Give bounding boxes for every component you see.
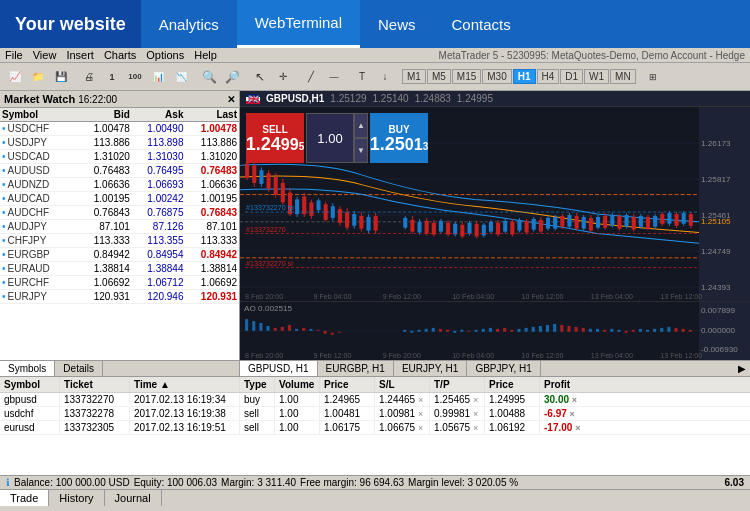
buy-button[interactable]: BUY 1.25 01 3 <box>370 113 428 163</box>
svg-text:13 Feb 12:00: 13 Feb 12:00 <box>660 352 702 359</box>
chart-header: 🇬🇧 GBPUSD,H1 1.25129 1.25140 1.24883 1.2… <box>240 91 750 107</box>
lot-up[interactable]: ▲ <box>354 113 368 138</box>
list-item[interactable]: •USDJPY 113.886 113.898 113.886 <box>0 136 239 150</box>
sell-main: 1.24 <box>246 135 281 153</box>
tb-line[interactable]: ╱ <box>300 66 322 88</box>
list-item[interactable]: •EURCHF 1.06692 1.06712 1.06692 <box>0 276 239 290</box>
tb-grid[interactable]: ⊞ <box>642 66 664 88</box>
menu-view[interactable]: View <box>33 49 57 61</box>
market-watch-panel: Market Watch 16:22:00 ✕ Symbol Bid Ask L… <box>0 91 240 376</box>
list-item[interactable]: •AUDCHF 0.76843 0.76875 0.76843 <box>0 206 239 220</box>
lot-input[interactable] <box>306 113 354 163</box>
content-row: Market Watch 16:22:00 ✕ Symbol Bid Ask L… <box>0 91 750 376</box>
menu-help[interactable]: Help <box>194 49 217 61</box>
table-row[interactable]: eurusd 133732305 2017.02.13 16:19:51 sel… <box>0 421 750 435</box>
trade-tab-history[interactable]: History <box>49 490 104 506</box>
svg-rect-169 <box>417 330 420 332</box>
mw-tab-details[interactable]: Details <box>55 361 103 376</box>
tb-indicator[interactable]: 📉 <box>170 66 192 88</box>
table-row[interactable]: gbpusd 133732270 2017.02.13 16:19:34 buy… <box>0 393 750 407</box>
tb-hline[interactable]: — <box>323 66 345 88</box>
trade-table-header: Symbol Ticket Time ▲ Type Volume Price S… <box>0 377 750 393</box>
chart-tab-gbpjpy[interactable]: GBPJPY, H1 <box>467 361 541 376</box>
svg-text:10 Feb 12:00: 10 Feb 12:00 <box>522 293 564 300</box>
svg-rect-175 <box>460 330 463 332</box>
chart-tab-eurjpy[interactable]: EURJPY, H1 <box>394 361 468 376</box>
chart-tab-gbpusd[interactable]: GBPUSD, H1 <box>240 361 318 376</box>
sell-button[interactable]: SELL 1.24 99 5 <box>246 113 304 163</box>
tb-zoom-in[interactable]: 🔍 <box>198 66 220 88</box>
tb-100[interactable]: 100 <box>124 66 146 88</box>
mw-col-bid: Bid <box>78 108 132 121</box>
menu-options[interactable]: Options <box>146 49 184 61</box>
svg-text:0.000000: 0.000000 <box>701 326 736 335</box>
svg-rect-173 <box>446 330 449 332</box>
tb-cursor[interactable]: ↖ <box>249 66 271 88</box>
tf-h1[interactable]: H1 <box>513 69 536 84</box>
list-item[interactable]: •EURGBP 0.84942 0.84954 0.84942 <box>0 248 239 262</box>
tb-new-chart[interactable]: 📈 <box>4 66 26 88</box>
tf-w1[interactable]: W1 <box>584 69 609 84</box>
tb-bar[interactable]: 📊 <box>147 66 169 88</box>
status-profit: 6.03 <box>725 477 744 488</box>
svg-text:10 Feb 12:00: 10 Feb 12:00 <box>522 352 564 359</box>
sell-pips: 99 <box>281 137 299 153</box>
svg-rect-199 <box>632 330 635 332</box>
nav-webterminal[interactable]: WebTerminal <box>237 0 360 48</box>
svg-rect-160 <box>295 329 298 331</box>
svg-rect-185 <box>532 327 535 332</box>
list-item[interactable]: •USDCAD 1.31020 1.31030 1.31020 <box>0 150 239 164</box>
tf-mn[interactable]: MN <box>610 69 636 84</box>
list-item[interactable]: •AUDNZD 1.06636 1.06693 1.06636 <box>0 178 239 192</box>
svg-text:9 Feb 12:00: 9 Feb 12:00 <box>313 352 351 359</box>
svg-rect-196 <box>610 329 613 332</box>
svg-rect-159 <box>288 325 291 331</box>
col-ticket: Ticket <box>60 377 130 392</box>
nav-analytics[interactable]: Analytics <box>141 0 237 48</box>
list-item[interactable]: •EURAUD 1.38814 1.38844 1.38814 <box>0 262 239 276</box>
list-item[interactable]: •AUDJPY 87.101 87.126 87.101 <box>0 220 239 234</box>
list-item[interactable]: •EURJPY 120.931 120.946 120.931 <box>0 290 239 304</box>
tb-save[interactable]: 💾 <box>50 66 72 88</box>
chart-tab-scroll-right[interactable]: ▶ <box>734 361 750 376</box>
tb-1[interactable]: 1 <box>101 66 123 88</box>
tb-crosshair[interactable]: ✛ <box>272 66 294 88</box>
svg-text:AO 0.002515: AO 0.002515 <box>244 305 293 314</box>
lot-down[interactable]: ▼ <box>354 138 368 163</box>
tf-m1[interactable]: M1 <box>402 69 426 84</box>
svg-rect-158 <box>281 327 284 331</box>
tf-m5[interactable]: M5 <box>427 69 451 84</box>
tf-m15[interactable]: M15 <box>452 69 481 84</box>
tb-zoom-out[interactable]: 🔎 <box>221 66 243 88</box>
buy-price: 1.25 01 3 <box>370 135 428 153</box>
list-item[interactable]: •CHFJPY 113.333 113.355 113.333 <box>0 234 239 248</box>
svg-text:1.25105: 1.25105 <box>701 217 731 226</box>
chart-tab-eurgbp[interactable]: EURGBP, H1 <box>318 361 394 376</box>
col-time[interactable]: Time ▲ <box>130 377 240 392</box>
list-item[interactable]: •AUDUSD 0.76483 0.76495 0.76483 <box>0 164 239 178</box>
list-item[interactable]: •USDCHF 1.00478 1.00490 1.00478 <box>0 122 239 136</box>
site-title: Your website <box>0 0 141 48</box>
trade-tab-journal[interactable]: Journal <box>105 490 162 506</box>
svg-text:10 Feb 04:00: 10 Feb 04:00 <box>452 293 494 300</box>
nav-news[interactable]: News <box>360 0 434 48</box>
svg-rect-156 <box>267 326 270 331</box>
mw-tab-symbols[interactable]: Symbols <box>0 361 55 376</box>
tb-print[interactable]: 🖨 <box>78 66 100 88</box>
tf-h4[interactable]: H4 <box>537 69 560 84</box>
trade-tab-trade[interactable]: Trade <box>0 490 49 506</box>
table-row[interactable]: usdchf 133732278 2017.02.13 16:19:38 sel… <box>0 407 750 421</box>
chart-open-label: 1.25129 <box>330 93 366 104</box>
menu-charts[interactable]: Charts <box>104 49 136 61</box>
nav-contacts[interactable]: Contacts <box>434 0 529 48</box>
tb-open[interactable]: 📁 <box>27 66 49 88</box>
tb-arrow[interactable]: ↓ <box>374 66 396 88</box>
tb-text[interactable]: T <box>351 66 373 88</box>
list-item[interactable]: •AUDCAD 1.00195 1.00242 1.00195 <box>0 192 239 206</box>
menu-file[interactable]: File <box>5 49 23 61</box>
tf-m30[interactable]: M30 <box>482 69 511 84</box>
tf-d1[interactable]: D1 <box>560 69 583 84</box>
toolbar: 📈 📁 💾 🖨 1 100 📊 📉 🔍 🔎 ↖ ✛ ╱ — T ↓ M1 M5 … <box>0 63 750 91</box>
mw-close-btn[interactable]: ✕ <box>227 94 235 105</box>
menu-insert[interactable]: Insert <box>66 49 94 61</box>
